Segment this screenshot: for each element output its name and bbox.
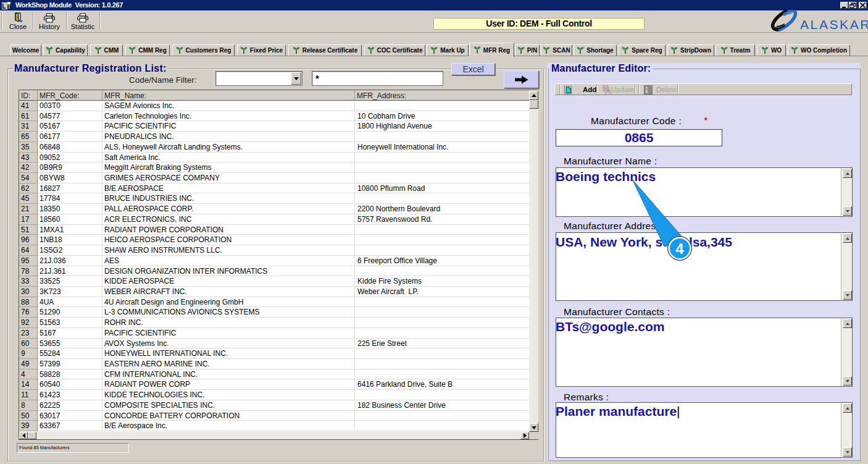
svg-text:B: B bbox=[604, 86, 607, 91]
svg-text:4: 4 bbox=[675, 240, 684, 257]
svg-text:ALASKAR: ALASKAR bbox=[800, 17, 868, 32]
